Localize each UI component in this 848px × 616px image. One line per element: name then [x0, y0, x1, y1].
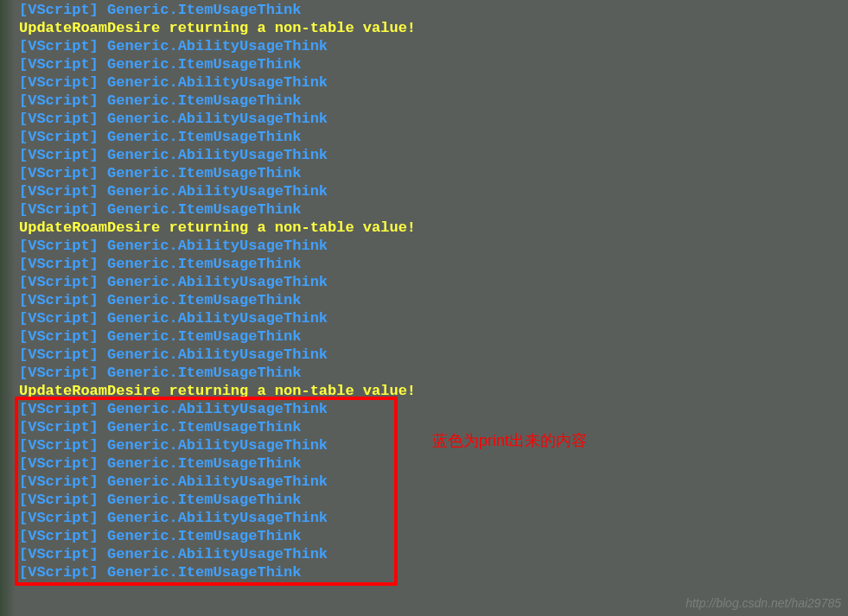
- vscript-message: Generic.ItemUsageThink: [99, 419, 302, 435]
- console-line: [VScript] Generic.ItemUsageThink: [19, 454, 848, 473]
- vscript-prefix: [VScript]: [19, 274, 99, 290]
- vscript-message: Generic.AbilityUsageThink: [99, 74, 328, 91]
- vscript-prefix: [VScript]: [19, 419, 99, 435]
- vscript-message: Generic.AbilityUsageThink: [99, 38, 328, 54]
- vscript-prefix: [VScript]: [19, 238, 99, 254]
- vscript-prefix: [VScript]: [19, 129, 99, 145]
- vscript-message: Generic.AbilityUsageThink: [99, 274, 328, 290]
- vscript-prefix: [VScript]: [19, 564, 99, 581]
- window-edge: [0, 0, 16, 616]
- console-line: [VScript] Generic.AbilityUsageThink: [19, 346, 848, 364]
- vscript-prefix: [VScript]: [19, 437, 99, 454]
- vscript-prefix: [VScript]: [19, 38, 99, 54]
- vscript-prefix: [VScript]: [19, 2, 99, 18]
- console-line: [VScript] Generic.ItemUsageThink: [19, 563, 848, 581]
- vscript-message: Generic.AbilityUsageThink: [99, 401, 328, 417]
- console-line: [VScript] Generic.AbilityUsageThink: [19, 309, 848, 327]
- annotation-text: 蓝色为print出来的内容: [432, 432, 587, 450]
- console-line: [VScript] Generic.ItemUsageThink: [19, 291, 848, 309]
- vscript-message: Generic.AbilityUsageThink: [99, 310, 328, 327]
- vscript-prefix: [VScript]: [19, 201, 99, 218]
- vscript-message: Generic.ItemUsageThink: [99, 256, 302, 272]
- vscript-prefix: [VScript]: [19, 292, 99, 308]
- console-line: [VScript] Generic.ItemUsageThink: [19, 327, 848, 346]
- vscript-prefix: [VScript]: [19, 492, 99, 508]
- console-line: [VScript] Generic.ItemUsageThink: [19, 92, 848, 110]
- console-output[interactable]: [VScript] Generic.ItemUsageThinkUpdateRo…: [0, 0, 848, 581]
- vscript-message: Generic.ItemUsageThink: [99, 292, 302, 308]
- console-line: [VScript] Generic.AbilityUsageThink: [19, 545, 848, 563]
- console-line: [VScript] Generic.ItemUsageThink: [19, 1, 848, 19]
- vscript-prefix: [VScript]: [19, 473, 99, 490]
- vscript-prefix: [VScript]: [19, 346, 99, 363]
- vscript-prefix: [VScript]: [19, 365, 99, 381]
- vscript-prefix: [VScript]: [19, 74, 99, 91]
- console-line: UpdateRoamDesire returning a non-table v…: [19, 382, 848, 400]
- console-line: [VScript] Generic.AbilityUsageThink: [19, 110, 848, 128]
- console-line: [VScript] Generic.AbilityUsageThink: [19, 73, 848, 92]
- vscript-message: Generic.AbilityUsageThink: [99, 437, 328, 454]
- console-line: [VScript] Generic.AbilityUsageThink: [19, 473, 848, 491]
- vscript-message: Generic.AbilityUsageThink: [99, 238, 328, 254]
- vscript-message: Generic.AbilityUsageThink: [99, 183, 328, 200]
- vscript-message: Generic.AbilityUsageThink: [99, 147, 328, 163]
- console-line: [VScript] Generic.AbilityUsageThink: [19, 237, 848, 255]
- vscript-prefix: [VScript]: [19, 510, 99, 526]
- vscript-message: Generic.ItemUsageThink: [99, 492, 302, 508]
- vscript-prefix: [VScript]: [19, 455, 99, 472]
- console-line: [VScript] Generic.AbilityUsageThink: [19, 509, 848, 527]
- console-line: [VScript] Generic.AbilityUsageThink: [19, 182, 848, 200]
- console-line: [VScript] Generic.ItemUsageThink: [19, 491, 848, 509]
- vscript-message: Generic.ItemUsageThink: [99, 564, 302, 581]
- vscript-prefix: [VScript]: [19, 546, 99, 562]
- console-line: UpdateRoamDesire returning a non-table v…: [19, 219, 848, 237]
- vscript-prefix: [VScript]: [19, 165, 99, 181]
- vscript-message: Generic.AbilityUsageThink: [99, 346, 328, 363]
- console-line: [VScript] Generic.ItemUsageThink: [19, 55, 848, 73]
- vscript-message: Generic.ItemUsageThink: [99, 2, 302, 18]
- vscript-message: Generic.AbilityUsageThink: [99, 111, 328, 127]
- vscript-message: Generic.ItemUsageThink: [99, 165, 302, 181]
- vscript-message: Generic.ItemUsageThink: [99, 201, 302, 218]
- console-line: UpdateRoamDesire returning a non-table v…: [19, 19, 848, 37]
- vscript-prefix: [VScript]: [19, 183, 99, 200]
- vscript-prefix: [VScript]: [19, 92, 99, 109]
- vscript-prefix: [VScript]: [19, 328, 99, 345]
- vscript-message: Generic.AbilityUsageThink: [99, 473, 328, 490]
- vscript-prefix: [VScript]: [19, 56, 99, 73]
- vscript-message: Generic.ItemUsageThink: [99, 129, 302, 145]
- vscript-message: Generic.ItemUsageThink: [99, 528, 302, 544]
- console-line: [VScript] Generic.ItemUsageThink: [19, 164, 848, 182]
- watermark-text: http://blog.csdn.net/hai29785: [685, 594, 841, 613]
- console-line: [VScript] Generic.ItemUsageThink: [19, 200, 848, 219]
- vscript-prefix: [VScript]: [19, 111, 99, 127]
- vscript-prefix: [VScript]: [19, 401, 99, 417]
- console-line: [VScript] Generic.AbilityUsageThink: [19, 37, 848, 55]
- vscript-message: Generic.ItemUsageThink: [99, 56, 302, 73]
- vscript-message: Generic.ItemUsageThink: [99, 92, 302, 109]
- vscript-message: Generic.ItemUsageThink: [99, 328, 302, 345]
- console-line: [VScript] Generic.AbilityUsageThink: [19, 273, 848, 291]
- console-line: [VScript] Generic.AbilityUsageThink: [19, 146, 848, 164]
- vscript-prefix: [VScript]: [19, 147, 99, 163]
- console-line: [VScript] Generic.ItemUsageThink: [19, 255, 848, 273]
- console-line: [VScript] Generic.ItemUsageThink: [19, 527, 848, 545]
- console-line: [VScript] Generic.ItemUsageThink: [19, 364, 848, 382]
- vscript-message: Generic.ItemUsageThink: [99, 455, 302, 472]
- vscript-prefix: [VScript]: [19, 310, 99, 327]
- vscript-message: Generic.AbilityUsageThink: [99, 546, 328, 562]
- vscript-message: Generic.ItemUsageThink: [99, 365, 302, 381]
- vscript-message: Generic.AbilityUsageThink: [99, 510, 328, 526]
- console-line: [VScript] Generic.AbilityUsageThink: [19, 400, 848, 418]
- vscript-prefix: [VScript]: [19, 528, 99, 544]
- vscript-prefix: [VScript]: [19, 256, 99, 272]
- console-line: [VScript] Generic.ItemUsageThink: [19, 128, 848, 146]
